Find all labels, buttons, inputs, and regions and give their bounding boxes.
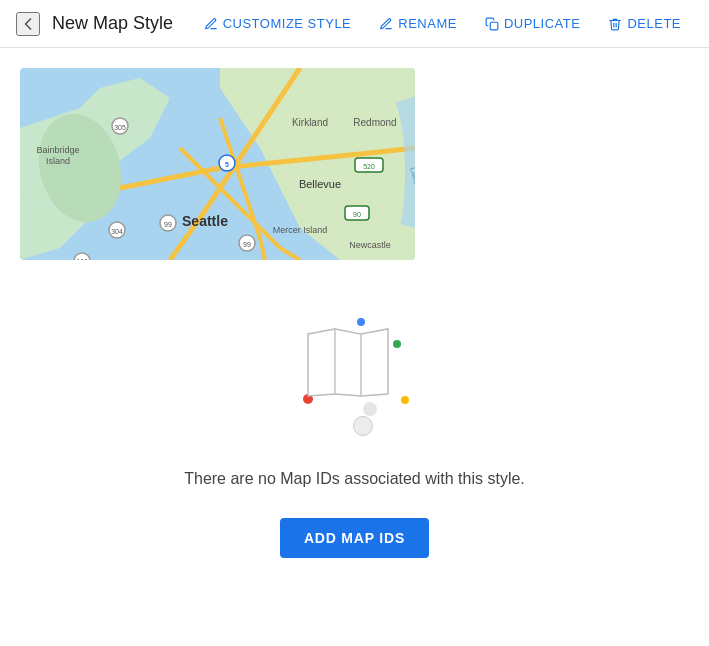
customize-style-label: CUSTOMIZE STYLE [223,16,352,31]
svg-text:520: 520 [363,163,375,170]
dot-green [393,340,401,348]
delete-button[interactable]: DELETE [596,8,693,39]
dot-gray-circle [363,402,377,416]
duplicate-label: DUPLICATE [504,16,581,31]
map-preview: 5 99 99 304 160 305 520 90 Seattle Belle… [20,68,415,260]
empty-state: There are no Map IDs associated with thi… [20,300,689,558]
folded-map-icon [303,324,393,404]
customize-icon [204,17,218,31]
svg-text:Mercer Island: Mercer Island [273,225,328,235]
svg-text:305: 305 [114,124,126,131]
rename-label: RENAME [398,16,457,31]
svg-text:Kirkland: Kirkland [292,117,328,128]
svg-text:Bainbridge: Bainbridge [36,145,79,155]
svg-text:Newcastle: Newcastle [349,240,391,250]
svg-marker-34 [361,329,388,396]
dot-yellow [401,396,409,404]
dot-circle-outline [353,416,373,436]
rename-button[interactable]: RENAME [367,8,469,39]
svg-text:160: 160 [76,258,88,260]
map-illustration [285,300,425,440]
svg-text:304: 304 [111,228,123,235]
svg-marker-33 [335,329,361,396]
back-button[interactable] [16,12,40,36]
page-title: New Map Style [52,13,173,34]
svg-text:5: 5 [225,161,229,168]
rename-icon [379,17,393,31]
svg-text:Redmond: Redmond [353,117,396,128]
svg-text:Island: Island [46,156,70,166]
delete-label: DELETE [627,16,681,31]
header: New Map Style CUSTOMIZE STYLE RENAME DUP… [0,0,709,48]
svg-text:99: 99 [164,221,172,228]
svg-marker-32 [308,329,335,396]
duplicate-icon [485,17,499,31]
header-actions: CUSTOMIZE STYLE RENAME DUPLICATE DELETE [192,8,693,39]
svg-text:Seattle: Seattle [182,213,228,229]
svg-rect-0 [490,22,498,30]
add-map-ids-button[interactable]: ADD MAP IDS [280,518,429,558]
delete-icon [608,17,622,31]
main-content: 5 99 99 304 160 305 520 90 Seattle Belle… [0,48,709,578]
duplicate-button[interactable]: DUPLICATE [473,8,593,39]
empty-message: There are no Map IDs associated with thi… [184,470,525,488]
customize-style-button[interactable]: CUSTOMIZE STYLE [192,8,364,39]
svg-text:99: 99 [243,241,251,248]
svg-text:Bellevue: Bellevue [299,178,341,190]
back-icon [18,14,38,34]
svg-text:90: 90 [353,211,361,218]
map-preview-svg: 5 99 99 304 160 305 520 90 Seattle Belle… [20,68,415,260]
